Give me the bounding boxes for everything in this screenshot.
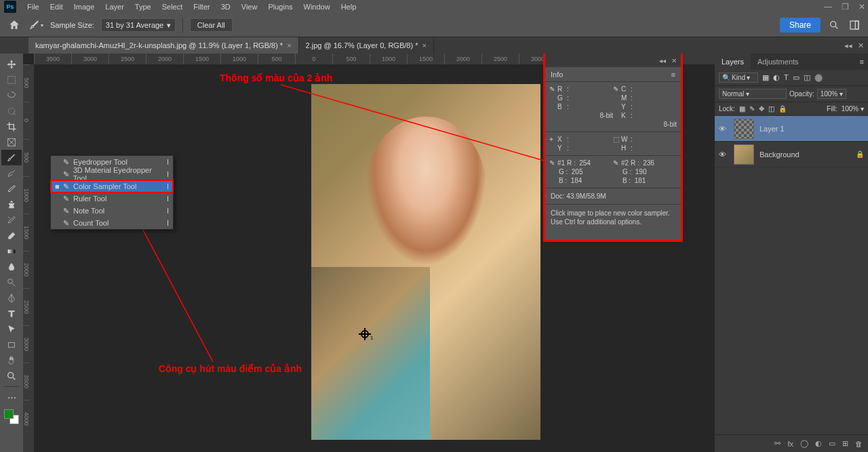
svg-point-9 — [8, 372, 14, 377]
workspace-icon[interactable] — [848, 18, 861, 32]
document-tab[interactable]: kamyar-ghalamchi-AmuzHI_2r-k-unsplash.jp… — [28, 37, 299, 54]
group-icon[interactable]: ▭ — [829, 439, 835, 448]
tab-adjustments[interactable]: Adjustments — [751, 54, 806, 70]
blur-tool[interactable] — [1, 259, 22, 274]
flyout-item[interactable]: ✎3D Material Eyedropper ToolI — [51, 168, 173, 180]
shape-filter-icon[interactable]: ▭ — [793, 73, 800, 82]
flyout-item[interactable]: ✎Note ToolI — [51, 205, 173, 217]
document-tab[interactable]: 2.jpg @ 16.7% (Layer 0, RGB/8) *× — [299, 37, 434, 54]
crop-tool[interactable] — [1, 119, 22, 134]
adjustment-icon[interactable]: ◐ — [815, 439, 822, 448]
link-icon[interactable]: ⚯ — [774, 439, 781, 448]
layer-row[interactable]: 👁Layer 1 — [715, 116, 868, 142]
search-icon[interactable] — [827, 18, 841, 32]
layer-row[interactable]: 👁Background🔒 — [715, 142, 868, 167]
hand-tool[interactable] — [1, 352, 22, 368]
lock-artboard-icon[interactable]: ◫ — [768, 105, 774, 112]
adjust-filter-icon[interactable]: ◐ — [773, 73, 780, 82]
lock-move-icon[interactable]: ✥ — [759, 105, 764, 112]
lock-brush-icon[interactable]: ✎ — [749, 105, 755, 112]
mask-icon[interactable]: ◯ — [800, 439, 808, 448]
delete-icon[interactable]: 🗑 — [855, 440, 863, 448]
menu-help[interactable]: Help — [336, 1, 362, 12]
new-layer-icon[interactable]: ⊞ — [842, 439, 848, 448]
quick-select-tool[interactable] — [1, 103, 22, 119]
app-logo: Ps — [4, 1, 16, 13]
menu-image[interactable]: Image — [68, 1, 100, 12]
layer-thumb[interactable] — [734, 144, 754, 165]
smart-filter-icon[interactable]: ◫ — [804, 73, 810, 82]
edit-toolbar-icon[interactable]: ⋯ — [1, 390, 22, 405]
color-sampler-2[interactable]: 2 — [432, 213, 444, 225]
pixel-filter-icon[interactable]: ▦ — [762, 73, 769, 82]
flyout-item[interactable]: ✎Count ToolI — [51, 217, 173, 229]
tools-panel: ⋯ — [0, 54, 23, 452]
type-tool[interactable] — [1, 306, 22, 321]
blend-mode-select[interactable]: Normal ▾ — [719, 89, 787, 99]
visibility-icon[interactable]: 👁 — [719, 150, 728, 159]
flyout-item[interactable]: ✎Ruler ToolI — [51, 192, 173, 205]
rectangle-tool[interactable] — [1, 337, 22, 352]
menu-layer[interactable]: Layer — [100, 1, 130, 12]
clear-all-button[interactable]: Clear All — [190, 18, 233, 32]
filter-kind-select[interactable]: 🔍 Kind ▾ — [719, 73, 758, 83]
dodge-tool[interactable] — [1, 274, 22, 290]
sample-size-select[interactable]: 31 by 31 Average▾ — [101, 18, 176, 32]
menu-window[interactable]: Window — [298, 1, 336, 12]
lock-pixels-icon[interactable]: ▦ — [739, 105, 745, 112]
opacity-input[interactable]: 100% ▾ — [817, 89, 846, 99]
close-tab-icon[interactable]: × — [287, 41, 291, 49]
close-icon[interactable]: ✕ — [859, 2, 865, 12]
menu-type[interactable]: Type — [130, 1, 157, 12]
panel-menu-icon[interactable]: ≡ — [671, 70, 675, 79]
marquee-tool[interactable] — [1, 72, 22, 87]
svg-point-7 — [8, 279, 13, 283]
fill-input[interactable]: 100% ▾ — [842, 105, 864, 112]
menu-3d[interactable]: 3D — [216, 1, 236, 12]
eraser-tool[interactable] — [1, 228, 22, 243]
collapse-icon[interactable]: ◂◂ — [659, 57, 666, 64]
close-panel-icon[interactable]: ✕ — [858, 41, 864, 50]
menu-filter[interactable]: Filter — [188, 1, 215, 12]
menu-view[interactable]: View — [236, 1, 263, 12]
type-filter-icon[interactable]: T — [784, 73, 789, 82]
clone-stamp-tool[interactable] — [1, 197, 22, 212]
menu-plugins[interactable]: Plugins — [262, 1, 298, 12]
current-tool-icon[interactable]: ▾ — [28, 18, 43, 33]
filter-toggle-icon[interactable]: ⬤ — [814, 73, 823, 82]
collapse-icon[interactable]: ◂◂ — [844, 41, 852, 50]
maximize-icon[interactable]: ❐ — [842, 2, 849, 12]
gradient-tool[interactable] — [1, 243, 22, 259]
frame-tool[interactable] — [1, 134, 22, 150]
zoom-tool[interactable] — [1, 368, 22, 384]
tab-layers[interactable]: Layers — [715, 54, 751, 70]
brush-tool[interactable] — [1, 181, 22, 197]
layer-thumb[interactable] — [734, 119, 754, 139]
menu-edit[interactable]: Edit — [45, 1, 68, 12]
ruler-vertical: 50005001000150020002500300035004000 — [23, 64, 34, 452]
path-select-tool[interactable] — [1, 321, 22, 337]
healing-brush-tool[interactable] — [1, 165, 22, 181]
lasso-tool[interactable] — [1, 87, 22, 103]
close-icon[interactable]: ✕ — [671, 57, 677, 64]
eyedropper-tool[interactable] — [1, 150, 22, 165]
pen-tool[interactable] — [1, 290, 22, 306]
close-tab-icon[interactable]: × — [422, 41, 426, 49]
move-tool[interactable] — [1, 56, 22, 72]
share-button[interactable]: Share — [780, 18, 821, 33]
info-panel: ◂◂✕ Info≡ ✎R: G: B: 8-bit ✎C: M: Y: K: 8… — [545, 54, 681, 240]
color-swatches[interactable] — [4, 409, 19, 424]
canvas-area[interactable]: 3500300025002000150010005000500100015002… — [23, 54, 715, 452]
menu-select[interactable]: Select — [157, 1, 189, 12]
color-sampler-1[interactable]: 1 — [359, 328, 371, 340]
history-brush-tool[interactable] — [1, 212, 22, 228]
document-tabs: kamyar-ghalamchi-AmuzHI_2r-k-unsplash.jp… — [0, 37, 868, 54]
options-bar: ▾ Sample Size: 31 by 31 Average▾ Clear A… — [0, 14, 868, 37]
home-button[interactable] — [7, 18, 22, 33]
visibility-icon[interactable]: 👁 — [719, 125, 728, 133]
menu-file[interactable]: File — [22, 1, 45, 12]
minimize-icon[interactable]: — — [824, 2, 832, 12]
lock-all-icon[interactable]: 🔒 — [778, 105, 787, 112]
fx-icon[interactable]: fx — [787, 440, 793, 448]
panel-menu-icon[interactable]: ≡ — [856, 54, 868, 70]
